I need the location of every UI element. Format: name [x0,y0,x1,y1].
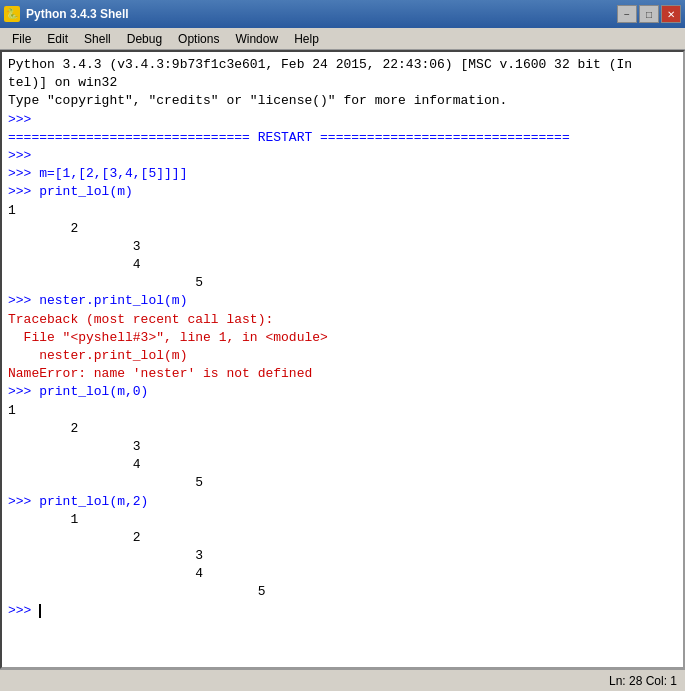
shell-line: 4 [8,456,677,474]
shell-line: >>> nester.print_lol(m) [8,292,677,310]
shell-line: >>> print_lol(m,0) [8,383,677,401]
menu-shell[interactable]: Shell [76,30,119,48]
shell-line: Type "copyright", "credits" or "license(… [8,92,677,110]
shell-line: >>> [8,111,677,129]
shell-line: 3 [8,438,677,456]
shell-content[interactable]: Python 3.4.3 (v3.4.3:9b73f1c3e601, Feb 2… [0,50,685,669]
shell-line: 2 [8,420,677,438]
menu-file[interactable]: File [4,30,39,48]
shell-line: 1 [8,202,677,220]
shell-line: Python 3.4.3 (v3.4.3:9b73f1c3e601, Feb 2… [8,56,677,74]
shell-line: 2 [8,529,677,547]
shell-line: >>> print_lol(m,2) [8,493,677,511]
shell-line: >>> [8,147,677,165]
shell-line: 5 [8,474,677,492]
menu-edit[interactable]: Edit [39,30,76,48]
menu-debug[interactable]: Debug [119,30,170,48]
menu-bar: File Edit Shell Debug Options Window Hel… [0,28,685,50]
shell-line: 4 [8,565,677,583]
title-bar: 🐍 Python 3.4.3 Shell − □ ✕ [0,0,685,28]
shell-line: 1 [8,511,677,529]
status-bar: Ln: 28 Col: 1 [0,669,685,691]
app-icon: 🐍 [4,6,20,22]
shell-line: >>> print_lol(m) [8,183,677,201]
cursor-position: Ln: 28 Col: 1 [609,674,677,688]
shell-line: File "<pyshell#3>", line 1, in <module> [8,329,677,347]
shell-line: 1 [8,402,677,420]
text-cursor [39,604,41,618]
title-bar-buttons: − □ ✕ [617,5,681,23]
shell-line: NameError: name 'nester' is not defined [8,365,677,383]
close-button[interactable]: ✕ [661,5,681,23]
title-bar-text: Python 3.4.3 Shell [26,7,617,21]
shell-line: tel)] on win32 [8,74,677,92]
shell-line: Traceback (most recent call last): [8,311,677,329]
shell-line: nester.print_lol(m) [8,347,677,365]
shell-line: 3 [8,238,677,256]
shell-line: >>> [8,602,677,620]
shell-line: =============================== RESTART … [8,129,677,147]
maximize-button[interactable]: □ [639,5,659,23]
shell-line: 3 [8,547,677,565]
minimize-button[interactable]: − [617,5,637,23]
shell-line: 2 [8,220,677,238]
menu-options[interactable]: Options [170,30,227,48]
shell-line: 4 [8,256,677,274]
shell-line: 5 [8,274,677,292]
menu-help[interactable]: Help [286,30,327,48]
menu-window[interactable]: Window [227,30,286,48]
shell-line: 5 [8,583,677,601]
shell-line: >>> m=[1,[2,[3,4,[5]]]] [8,165,677,183]
